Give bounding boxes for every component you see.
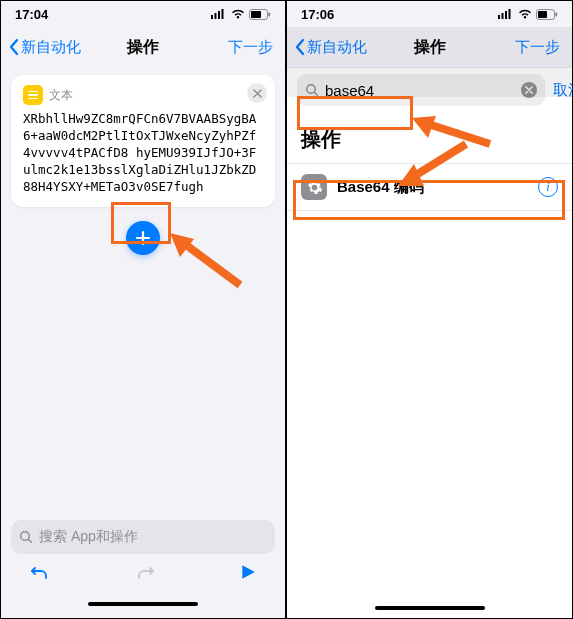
- svg-rect-14: [556, 12, 558, 16]
- svg-rect-1: [215, 13, 217, 19]
- svg-rect-10: [505, 11, 507, 19]
- toolbar: [11, 554, 275, 594]
- signal-icon: [498, 9, 514, 19]
- footer: 搜索 App和操作: [1, 514, 285, 618]
- redo-icon: [134, 561, 156, 583]
- svg-rect-8: [498, 15, 500, 19]
- svg-rect-5: [251, 11, 261, 18]
- home-indicator: [287, 598, 572, 618]
- search-bar[interactable]: 搜索 App和操作: [11, 520, 275, 554]
- add-action-button[interactable]: [126, 221, 160, 255]
- text-action-icon: [23, 85, 43, 105]
- svg-rect-9: [502, 13, 504, 19]
- search-icon: [19, 530, 33, 544]
- nav-back[interactable]: 新自动化: [7, 38, 81, 57]
- search-input[interactable]: [325, 82, 515, 99]
- svg-rect-13: [538, 11, 547, 18]
- nav-bar: 新自动化 操作 下一步: [287, 27, 572, 67]
- svg-rect-6: [269, 12, 271, 16]
- home-indicator: [11, 594, 275, 614]
- status-time: 17:06: [301, 7, 334, 22]
- search-placeholder: 搜索 App和操作: [39, 528, 138, 546]
- result-row-base64[interactable]: Base64 编码 i: [287, 164, 572, 211]
- svg-rect-2: [218, 11, 220, 19]
- info-button[interactable]: i: [538, 177, 558, 197]
- editor-area: 文本 XRbhllHw9ZC8mrQFCn6V7BVAABSygBA6+aaW0…: [1, 67, 285, 514]
- cancel-search-button[interactable]: 取消: [553, 81, 573, 100]
- redo-button[interactable]: [134, 561, 156, 587]
- close-icon: [525, 86, 533, 94]
- right-phone: 17:06 新自动化 操作 下一步 取消: [286, 0, 573, 619]
- undo-button[interactable]: [29, 561, 51, 587]
- status-bar: 17:06: [287, 1, 572, 27]
- search-icon: [305, 83, 319, 97]
- plus-icon: [135, 230, 151, 246]
- result-list: Base64 编码 i: [287, 163, 572, 211]
- gear-icon: [301, 174, 327, 200]
- play-icon: [239, 563, 257, 581]
- status-bar: 17:04: [1, 1, 285, 27]
- search-row: 取消: [287, 67, 572, 114]
- text-action-content[interactable]: XRbhllHw9ZC8mrQFCn6V7BVAABSygBA6+aaW0dcM…: [23, 111, 263, 195]
- chevron-left-icon: [293, 38, 307, 56]
- text-action-card[interactable]: 文本 XRbhllHw9ZC8mrQFCn6V7BVAABSygBA6+aaW0…: [11, 75, 275, 207]
- left-phone: 17:04 新自动化 操作 下一步 文本: [0, 0, 286, 619]
- search-field[interactable]: [297, 74, 545, 106]
- wifi-icon: [231, 9, 245, 19]
- nav-back[interactable]: 新自动化: [293, 38, 367, 57]
- nav-next[interactable]: 下一步: [515, 38, 560, 57]
- text-action-label: 文本: [49, 87, 73, 104]
- status-icons: [498, 9, 558, 20]
- result-label: Base64 编码: [337, 178, 528, 197]
- status-icons: [211, 9, 271, 20]
- signal-icon: [211, 9, 227, 19]
- clear-search-button[interactable]: [521, 82, 537, 98]
- svg-rect-11: [509, 9, 511, 19]
- undo-icon: [29, 561, 51, 583]
- status-time: 17:04: [15, 7, 48, 22]
- run-button[interactable]: [239, 563, 257, 585]
- nav-back-label: 新自动化: [21, 38, 81, 57]
- svg-rect-0: [211, 15, 213, 19]
- battery-icon: [536, 9, 558, 20]
- nav-bar: 新自动化 操作 下一步: [1, 27, 285, 67]
- nav-next[interactable]: 下一步: [228, 38, 273, 57]
- section-title: 操作: [287, 114, 572, 163]
- wifi-icon: [518, 9, 532, 19]
- battery-icon: [249, 9, 271, 20]
- chevron-left-icon: [7, 38, 21, 56]
- blank-area: [287, 211, 572, 598]
- nav-back-label: 新自动化: [307, 38, 367, 57]
- svg-rect-3: [222, 9, 224, 19]
- close-icon: [253, 89, 262, 98]
- delete-action-button[interactable]: [247, 83, 267, 103]
